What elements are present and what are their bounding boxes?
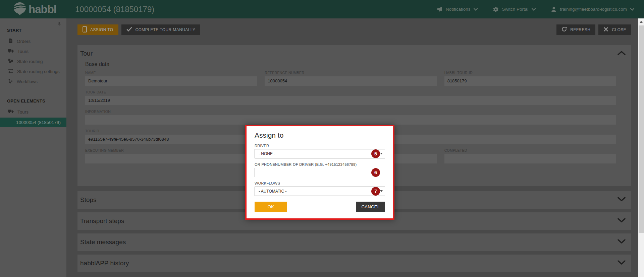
- tour-date-field: TOUR DATE 10/15/2019: [85, 90, 616, 105]
- annotation-badge-5: 5: [371, 149, 380, 158]
- state-messages-panel-header[interactable]: State messages: [80, 233, 626, 251]
- chevron-down-icon: [630, 7, 635, 11]
- phone-input[interactable]: [255, 168, 385, 177]
- workflows-select[interactable]: - AUTOMATIC -: [255, 187, 385, 196]
- close-icon: [603, 27, 608, 33]
- truck-icon: [8, 48, 14, 54]
- chevron-down-icon[interactable]: [618, 197, 626, 203]
- chevron-up-icon[interactable]: [618, 49, 626, 57]
- notifications-menu[interactable]: Notifications: [437, 6, 478, 12]
- chevron-down-icon[interactable]: [618, 218, 626, 224]
- app-window: habbl 10000054 (81850179) Notifications …: [0, 0, 644, 277]
- state-messages-panel: State messages: [77, 233, 631, 251]
- scrollbar-up-arrow[interactable]: [638, 18, 644, 25]
- truck-icon: [8, 109, 14, 115]
- swap-arrows-icon: [8, 69, 13, 74]
- driver-select[interactable]: - NONE -: [255, 149, 385, 158]
- tour-date-value: 10/15/2019: [85, 96, 616, 105]
- switch-portal-label: Switch Portal: [502, 7, 528, 12]
- annotation-badge-6: 6: [371, 168, 380, 177]
- document-icon: [8, 38, 13, 45]
- scrollbar-thumb[interactable]: [639, 25, 644, 233]
- assign-to-modal: Assign to DRIVER - NONE - 5 OR PHONENUMB…: [245, 125, 394, 220]
- information-value: [85, 115, 616, 125]
- refresh-label: REFRESH: [570, 27, 590, 32]
- tour-panel-header[interactable]: Tour: [80, 45, 626, 60]
- sidebar-item-orders[interactable]: Orders: [0, 36, 66, 46]
- cancel-button[interactable]: CANCEL: [356, 202, 385, 212]
- transport-steps-panel-title: Transport steps: [80, 217, 124, 225]
- gear-icon: [493, 6, 499, 12]
- driver-label: DRIVER: [255, 144, 385, 148]
- checkmark-icon: [126, 27, 132, 32]
- sidebar-item-label: Tours: [17, 49, 29, 54]
- completed-field: COMPLETED: [444, 148, 616, 163]
- sidebar-item-label: State routing: [17, 59, 43, 64]
- user-menu[interactable]: training@fleetboard-logistics.com: [551, 6, 635, 12]
- chevron-down-icon[interactable]: [618, 239, 626, 245]
- toolbar: ASSIGN TO COMPLETE TOUR MANUALLY REFRESH: [77, 24, 631, 35]
- sidebar-item-state-routing-settings[interactable]: State routing settings: [0, 66, 66, 76]
- habbl-logo-icon: [13, 2, 26, 17]
- ok-button[interactable]: OK: [255, 202, 287, 212]
- sidebar-item-label: Tours: [17, 110, 29, 115]
- pin-icon[interactable]: [57, 21, 62, 28]
- habbl-logo: habbl: [13, 2, 56, 17]
- close-button[interactable]: CLOSE: [598, 24, 631, 35]
- select-arrow-icon: [380, 153, 383, 154]
- phone-label: OR PHONENUMBER OF DRIVER (E.G. +49151234…: [255, 162, 385, 166]
- state-messages-panel-title: State messages: [80, 238, 126, 246]
- workflows-label: WORKFLOWS: [255, 181, 385, 185]
- modal-buttons: OK CANCEL: [255, 202, 385, 212]
- user-icon: [551, 6, 557, 12]
- sidebar-item-open-tours[interactable]: Tours: [0, 107, 66, 117]
- stops-panel-title: Stops: [80, 196, 97, 204]
- complete-tour-manually-label: COMPLETE TOUR MANUALLY: [136, 27, 196, 32]
- assign-to-modal-title: Assign to: [255, 131, 385, 139]
- sidebar-item-label: Orders: [17, 39, 31, 44]
- reference-number-label: REFERENCE NUMBER: [265, 71, 436, 75]
- habblapp-history-panel-header[interactable]: habblAPP history: [80, 255, 626, 272]
- cubes-icon: [8, 58, 13, 65]
- assign-to-label: ASSIGN TO: [90, 27, 113, 32]
- sidebar-item-open-tour-selected[interactable]: 10000054 (81850179): [0, 118, 66, 127]
- chevron-down-icon: [531, 7, 536, 11]
- name-field: NAME Demotour: [85, 71, 257, 86]
- assign-to-button[interactable]: ASSIGN TO: [77, 24, 118, 35]
- habbl-tour-id-field: HABBL TOUR-ID 81850179: [444, 71, 616, 86]
- user-email: training@fleetboard-logistics.com: [560, 7, 627, 12]
- complete-tour-manually-button[interactable]: COMPLETE TOUR MANUALLY: [121, 24, 201, 35]
- top-header: habbl 10000054 (81850179) Notifications …: [0, 0, 644, 18]
- switch-portal-menu[interactable]: Switch Portal: [493, 6, 536, 12]
- sidebar-item-label: 10000054 (81850179): [16, 120, 61, 125]
- reference-number-value: 10000054: [265, 76, 436, 86]
- habbl-tour-id-label: HABBL TOUR-ID: [444, 71, 616, 75]
- annotation-badge-7: 7: [371, 187, 380, 196]
- sidebar-item-label: Workflows: [17, 79, 38, 84]
- sidebar-item-workflows[interactable]: Workflows: [0, 76, 66, 86]
- information-label: INFORMATION: [85, 110, 616, 114]
- phone-field: 6: [255, 168, 385, 177]
- sidebar-item-state-routing[interactable]: State routing: [0, 56, 66, 66]
- completed-value: [444, 154, 616, 163]
- select-arrow-icon: [380, 190, 383, 192]
- tour-date-label: TOUR DATE: [85, 90, 616, 94]
- refresh-button[interactable]: REFRESH: [556, 24, 595, 35]
- name-label: NAME: [85, 71, 257, 75]
- mobile-phone-icon: [83, 26, 87, 33]
- chevron-down-icon: [473, 7, 478, 11]
- completed-label: COMPLETED: [444, 148, 616, 152]
- name-value: Demotour: [85, 76, 257, 86]
- sidebar: START Orders Tours State routing State r…: [0, 18, 66, 277]
- vertical-scrollbar[interactable]: [638, 18, 644, 277]
- tour-panel-title: Tour: [80, 48, 93, 57]
- megaphone-icon: [437, 6, 443, 12]
- habblapp-history-panel: habblAPP history: [77, 255, 631, 272]
- refresh-icon: [561, 26, 567, 33]
- sidebar-item-tours[interactable]: Tours: [0, 46, 66, 56]
- driver-field: - NONE - 5: [255, 149, 385, 158]
- chevron-down-icon[interactable]: [618, 260, 626, 266]
- sidebar-section-open-elements: OPEN ELEMENTS: [0, 86, 66, 107]
- page-title: 10000054 (81850179): [75, 5, 154, 14]
- sidebar-item-label: State routing settings: [17, 69, 60, 74]
